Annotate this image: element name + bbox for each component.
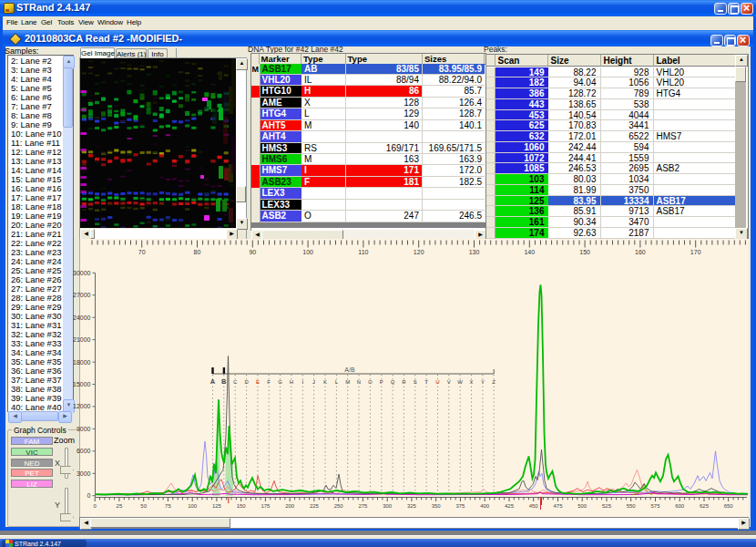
svg-text:200: 200 (285, 503, 295, 509)
svg-text:25: 25 (117, 503, 123, 509)
svg-text:125: 125 (212, 503, 222, 509)
svg-text:100: 100 (188, 503, 198, 509)
svg-text:160: 160 (635, 249, 646, 255)
svg-text:N: N (357, 379, 361, 385)
svg-text:30000: 30000 (73, 270, 91, 276)
svg-text:550: 550 (627, 503, 637, 509)
svg-text:600: 600 (675, 503, 685, 509)
svg-text:V: V (447, 379, 451, 385)
svg-text:Y: Y (481, 379, 485, 385)
svg-text:Z: Z (492, 379, 495, 385)
svg-text:F: F (267, 379, 271, 385)
svg-text:12000: 12000 (73, 403, 91, 409)
svg-text:500: 500 (577, 503, 587, 509)
svg-text:P: P (380, 379, 383, 385)
svg-text:3000: 3000 (77, 470, 91, 477)
svg-text:250: 250 (334, 503, 344, 509)
svg-text:U: U (435, 379, 439, 385)
svg-text:9000: 9000 (77, 426, 91, 432)
svg-text:140: 140 (524, 249, 535, 255)
svg-text:475: 475 (553, 503, 563, 509)
svg-text:27000: 27000 (73, 292, 91, 298)
svg-text:525: 525 (602, 503, 612, 509)
svg-text:400: 400 (480, 503, 490, 509)
svg-text:170: 170 (690, 249, 701, 255)
svg-text:75: 75 (165, 503, 171, 509)
svg-text:0: 0 (87, 492, 91, 499)
svg-text:110: 110 (358, 249, 368, 255)
svg-text:300: 300 (383, 503, 393, 509)
svg-text:6000: 6000 (77, 448, 91, 454)
svg-text:350: 350 (432, 503, 442, 509)
svg-text:100: 100 (302, 249, 313, 255)
svg-text:J: J (312, 379, 315, 385)
svg-text:18000: 18000 (73, 359, 91, 366)
svg-text:325: 325 (407, 503, 417, 509)
svg-text:W: W (457, 379, 463, 385)
svg-text:M: M (345, 379, 350, 385)
svg-text:90: 90 (249, 249, 256, 255)
svg-text:650: 650 (724, 503, 734, 509)
svg-text:15000: 15000 (73, 381, 91, 387)
svg-text:80: 80 (194, 249, 201, 255)
svg-text:C: C (233, 379, 238, 385)
svg-text:425: 425 (505, 503, 515, 509)
svg-text:H: H (290, 379, 293, 385)
svg-text:375: 375 (455, 503, 465, 509)
svg-text:225: 225 (310, 503, 320, 509)
svg-text:K: K (323, 379, 327, 385)
svg-text:B: B (221, 377, 227, 386)
svg-text:24000: 24000 (73, 315, 91, 321)
svg-text:625: 625 (700, 503, 710, 509)
svg-text:130: 130 (469, 249, 480, 255)
svg-text:150: 150 (237, 503, 247, 509)
svg-text:50: 50 (140, 503, 147, 509)
svg-text:R: R (402, 379, 406, 385)
svg-text:A/B: A/B (344, 366, 355, 373)
svg-text:X: X (469, 379, 473, 385)
svg-text:I: I (301, 379, 303, 385)
svg-text:T: T (424, 379, 428, 385)
svg-text:21000: 21000 (73, 336, 91, 343)
svg-text:L: L (335, 379, 339, 385)
svg-text:G: G (278, 379, 282, 385)
svg-text:175: 175 (261, 503, 271, 509)
svg-text:575: 575 (650, 503, 660, 509)
svg-text:D: D (244, 379, 249, 385)
svg-text:S: S (414, 379, 417, 385)
svg-text:275: 275 (358, 503, 368, 509)
svg-text:120: 120 (414, 249, 424, 255)
svg-text:450: 450 (529, 503, 539, 509)
svg-text:O: O (368, 379, 373, 385)
svg-text:A: A (210, 377, 216, 386)
svg-text:150: 150 (579, 249, 590, 255)
svg-text:70: 70 (138, 249, 146, 255)
svg-text:Q: Q (391, 379, 395, 385)
svg-text:E: E (256, 379, 260, 385)
svg-text:0: 0 (94, 503, 97, 509)
